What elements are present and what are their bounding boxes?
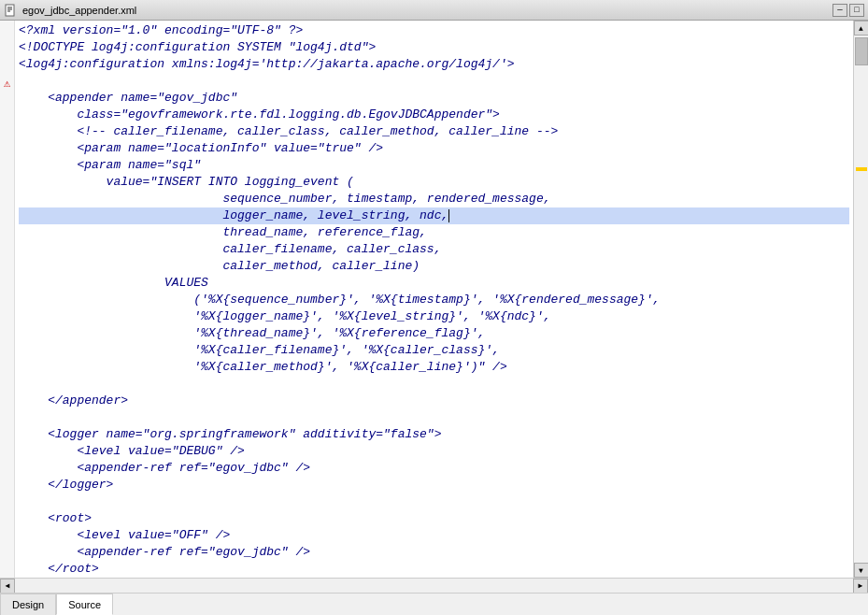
code-line: [19, 73, 849, 90]
h-scroll-track[interactable]: [15, 579, 853, 593]
code-line: caller_method, caller_line): [19, 258, 849, 275]
code-line: '%X{caller_method}', '%X{caller_line}')"…: [19, 359, 849, 376]
code-line: [19, 376, 849, 393]
code-line: logger_name, level_string, ndc,: [19, 207, 849, 224]
code-line: value="INSERT INTO logging_event (: [19, 174, 849, 191]
scroll-up-button[interactable]: ▲: [854, 21, 869, 36]
code-line: <root>: [19, 510, 849, 527]
code-line: '%X{logger_name}', '%X{level_string}', '…: [19, 308, 849, 325]
code-line: sequence_number, timestamp, rendered_mes…: [19, 191, 849, 207]
scroll-track[interactable]: [854, 36, 868, 563]
code-line: VALUES: [19, 275, 849, 292]
window-controls: — □: [832, 4, 864, 17]
code-line: <?xml version="1.0" encoding="UTF-8" ?>: [19, 22, 849, 39]
code-line: </root>: [19, 561, 849, 578]
code-line: ('%X{sequence_number}', '%X{timestamp}',…: [19, 292, 849, 308]
svg-rect-0: [6, 5, 14, 16]
warning-icon: ⚠: [4, 77, 10, 91]
code-line: thread_name, reference_flag,: [19, 224, 849, 241]
code-editor[interactable]: <?xml version="1.0" encoding="UTF-8" ?><…: [15, 21, 853, 578]
code-line: <!DOCTYPE log4j:configuration SYSTEM "lo…: [19, 39, 849, 56]
file-icon: [4, 3, 19, 18]
tab-design[interactable]: Design: [0, 594, 56, 615]
code-line: <param name="sql": [19, 157, 849, 174]
vertical-scrollbar[interactable]: ▲ ▼: [853, 21, 868, 578]
code-line: <level value="DEBUG" />: [19, 443, 849, 460]
code-line: <appender name="egov_jdbc": [19, 90, 849, 107]
scroll-right-button[interactable]: ▶: [853, 579, 868, 594]
scroll-left-button[interactable]: ◀: [0, 579, 15, 594]
status-bar: Design Source: [0, 593, 868, 615]
code-line: <log4j:configuration xmlns:log4j='http:/…: [19, 56, 849, 73]
tab-source[interactable]: Source: [56, 594, 113, 615]
code-line: '%X{caller_filename}', '%X{caller_class}…: [19, 342, 849, 359]
text-cursor: [448, 209, 449, 222]
code-line: [19, 493, 849, 510]
minimize-button[interactable]: —: [832, 4, 847, 17]
code-line: '%X{thread_name}', '%X{reference_flag}',: [19, 325, 849, 342]
code-line: <appender-ref ref="egov_jdbc" />: [19, 544, 849, 561]
code-line: <level value="OFF" />: [19, 527, 849, 544]
code-line: <logger name="org.springframework" addit…: [19, 426, 849, 443]
editor-container: ⚠ <?xml version="1.0" encoding="UTF-8" ?…: [0, 21, 868, 578]
code-line: </appender>: [19, 393, 849, 409]
title-bar: egov_jdbc_appender.xml — □: [0, 0, 868, 21]
window-title: egov_jdbc_appender.xml: [22, 5, 832, 16]
horizontal-scrollbar[interactable]: ◀ ▶: [0, 578, 868, 593]
code-line: [19, 409, 849, 426]
left-margin: ⚠: [0, 21, 15, 578]
code-line: </logger>: [19, 477, 849, 493]
code-line: class="egovframework.rte.fdl.logging.db.…: [19, 107, 849, 123]
code-line: caller_filename, caller_class,: [19, 241, 849, 258]
scroll-down-button[interactable]: ▼: [854, 563, 869, 578]
code-line: <param name="locationInfo" value="true" …: [19, 140, 849, 157]
scroll-thumb[interactable]: [855, 37, 868, 65]
code-line: <appender-ref ref="egov_jdbc" />: [19, 460, 849, 477]
code-line: <!-- caller_filename, caller_class, call…: [19, 123, 849, 140]
maximize-button[interactable]: □: [849, 4, 864, 17]
position-marker: [856, 167, 867, 171]
